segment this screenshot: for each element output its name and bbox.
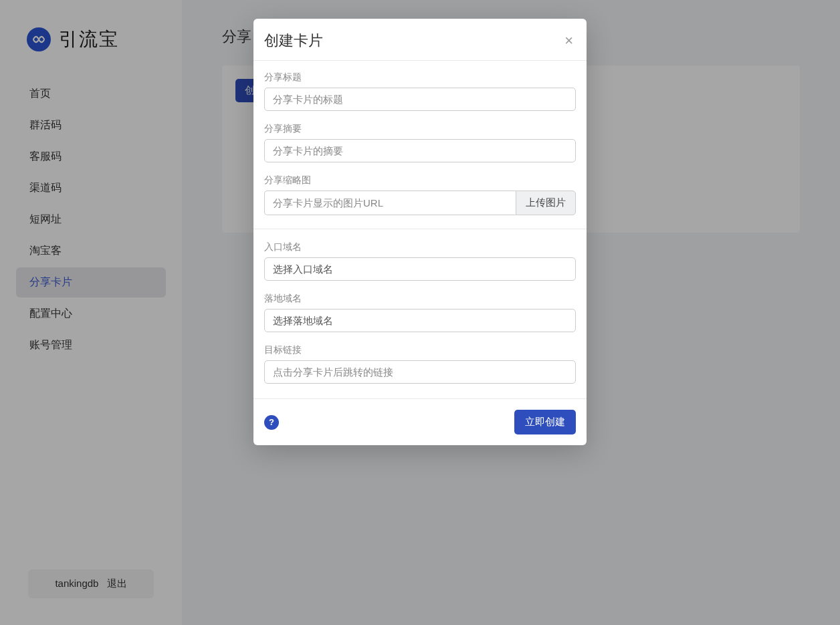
- modal-header: 创建卡片 ×: [253, 19, 587, 61]
- share-thumb-label: 分享缩略图: [264, 174, 576, 186]
- modal-title: 创建卡片: [264, 31, 323, 51]
- form-group-entry-domain: 入口域名 选择入口域名: [264, 241, 576, 281]
- modal-body: 分享标题 分享摘要 分享缩略图 上传图片 入口域名 选择入口域名 落地域名 选择…: [253, 61, 587, 398]
- share-thumb-input[interactable]: [264, 191, 516, 215]
- form-group-share-title: 分享标题: [264, 72, 576, 111]
- entry-domain-select[interactable]: 选择入口域名: [264, 257, 576, 281]
- form-group-share-summary: 分享摘要: [264, 123, 576, 162]
- share-summary-input[interactable]: [264, 139, 576, 162]
- share-title-label: 分享标题: [264, 72, 576, 84]
- form-divider: [253, 229, 587, 229]
- create-card-modal: 创建卡片 × 分享标题 分享摘要 分享缩略图 上传图片 入口域名 选择入口域名: [253, 19, 587, 445]
- share-title-input[interactable]: [264, 88, 576, 111]
- help-icon[interactable]: ?: [264, 415, 279, 430]
- form-group-target-link: 目标链接: [264, 344, 576, 384]
- share-thumb-input-group: 上传图片: [264, 191, 576, 215]
- entry-domain-label: 入口域名: [264, 241, 576, 253]
- submit-button[interactable]: 立即创建: [514, 410, 576, 434]
- share-summary-label: 分享摘要: [264, 123, 576, 135]
- form-group-share-thumb: 分享缩略图 上传图片: [264, 174, 576, 215]
- close-icon[interactable]: ×: [562, 33, 576, 48]
- target-link-input[interactable]: [264, 360, 576, 384]
- landing-domain-select[interactable]: 选择落地域名: [264, 309, 576, 332]
- modal-footer: ? 立即创建: [253, 398, 587, 445]
- upload-image-button[interactable]: 上传图片: [516, 191, 576, 215]
- form-group-landing-domain: 落地域名 选择落地域名: [264, 293, 576, 332]
- target-link-label: 目标链接: [264, 344, 576, 356]
- landing-domain-label: 落地域名: [264, 293, 576, 305]
